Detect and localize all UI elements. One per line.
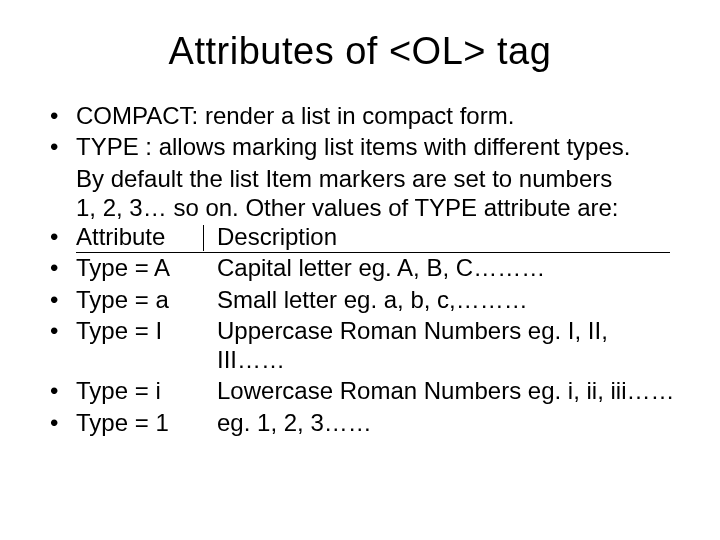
header-description: Description	[211, 222, 680, 251]
bullet-list: COMPACT: render a list in compact form. …	[40, 101, 680, 162]
row-desc: Small letter eg. a, b, c,………	[211, 285, 680, 314]
table-row: Type = I Uppercase Roman Numbers eg. I, …	[40, 316, 680, 375]
row-desc: Uppercase Roman Numbers eg. I, II, III……	[211, 316, 680, 375]
table-row: Type = a Small letter eg. a, b, c,………	[40, 285, 680, 314]
row-attr: Type = i	[76, 376, 211, 405]
table-row: Type = i Lowercase Roman Numbers eg. i, …	[40, 376, 680, 405]
row-desc: Capital letter eg. A, B, C………	[211, 253, 680, 282]
table-row: Type = 1 eg. 1, 2, 3……	[40, 408, 680, 437]
row-desc: Lowercase Roman Numbers eg. i, ii, iii……	[211, 376, 680, 405]
row-attr: Type = 1	[76, 408, 211, 437]
bullet-type-line1: TYPE : allows marking list items with di…	[40, 132, 680, 161]
row-desc: eg. 1, 2, 3……	[211, 408, 680, 437]
row-attr: Type = A	[76, 253, 211, 282]
header-attribute: Attribute	[76, 222, 211, 251]
bullet-type-line2: By default the list Item markers are set…	[40, 164, 680, 193]
bullet-type-line3: 1, 2, 3… so on. Other values of TYPE att…	[40, 193, 680, 222]
table-row: Type = A Capital letter eg. A, B, C………	[40, 253, 680, 282]
row-attr: Type = a	[76, 285, 211, 314]
table-header-row: Attribute Description	[40, 222, 680, 251]
type-table-rows: Attribute Description Type = A Capital l…	[40, 222, 680, 437]
slide-title: Attributes of <OL> tag	[40, 30, 680, 73]
bullet-compact: COMPACT: render a list in compact form.	[40, 101, 680, 130]
slide: Attributes of <OL> tag COMPACT: render a…	[0, 0, 720, 540]
type-table: Attribute Description Type = A Capital l…	[40, 222, 680, 437]
row-attr: Type = I	[76, 316, 211, 375]
